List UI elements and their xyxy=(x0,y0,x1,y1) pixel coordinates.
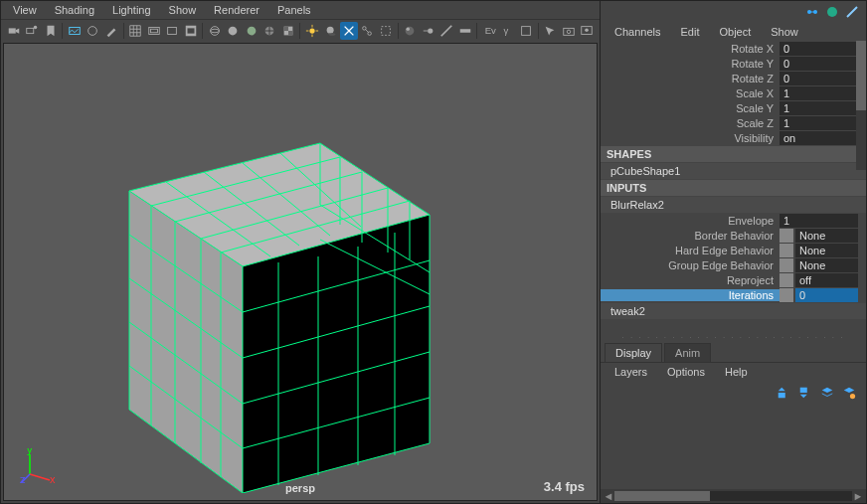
border-behavior-label[interactable]: Border Behavior xyxy=(601,230,780,242)
move-layer-up-icon[interactable] xyxy=(777,386,790,400)
iterations-value[interactable]: 0 xyxy=(795,288,858,302)
view-transform-icon[interactable] xyxy=(517,22,534,40)
camera-attributes-icon[interactable] xyxy=(23,22,40,40)
menu-edit[interactable]: Edit xyxy=(672,24,707,40)
multisample-aa-icon[interactable] xyxy=(437,22,454,40)
channel-scrollbar[interactable] xyxy=(856,41,866,170)
menu-lighting[interactable]: Lighting xyxy=(104,2,159,18)
resolution-gate-icon[interactable] xyxy=(163,22,180,40)
shape-node[interactable]: pCubeShape1 xyxy=(601,163,866,179)
hard-edge-behavior-label[interactable]: Hard Edge Behavior xyxy=(601,245,780,256)
rotate-x-label[interactable]: Rotate X xyxy=(601,43,780,55)
xray-joints-icon[interactable] xyxy=(359,22,376,40)
svg-point-20 xyxy=(326,26,333,33)
grid-icon[interactable] xyxy=(127,22,144,40)
menu-layers[interactable]: Layers xyxy=(607,364,655,380)
rotate-x-value[interactable]: 0 xyxy=(780,42,858,56)
reproject-label[interactable]: Reproject xyxy=(601,274,780,286)
rotate-y-label[interactable]: Rotate Y xyxy=(601,58,780,70)
isolate-select-icon[interactable] xyxy=(340,22,357,40)
create-layer-from-selected-icon[interactable] xyxy=(842,386,856,400)
move-layer-down-icon[interactable] xyxy=(798,386,812,400)
depth-of-field-icon[interactable] xyxy=(456,22,473,40)
use-all-lights-icon[interactable] xyxy=(303,22,320,40)
menu-help[interactable]: Help xyxy=(717,364,756,380)
menu-shading[interactable]: Shading xyxy=(47,2,102,18)
snapshot-icon[interactable] xyxy=(560,22,577,40)
component-select-icon[interactable] xyxy=(542,22,559,40)
select-camera-icon[interactable] xyxy=(5,22,22,40)
shapes-header: SHAPES xyxy=(601,146,866,162)
layer-h-scrollbar[interactable]: ◄ ► xyxy=(601,489,866,503)
envelope-value[interactable]: 1 xyxy=(780,214,858,228)
menu-show[interactable]: Show xyxy=(763,24,806,40)
wireframe-icon[interactable] xyxy=(206,22,223,40)
gate-mask-icon[interactable] xyxy=(182,22,199,40)
scale-z-label[interactable]: Scale Z xyxy=(601,117,780,129)
tweak-node[interactable]: tweak2 xyxy=(601,303,866,319)
svg-point-11 xyxy=(211,26,220,35)
inputs-header: INPUTS xyxy=(601,180,866,196)
image-plane-icon[interactable] xyxy=(66,22,83,40)
layer-list[interactable] xyxy=(601,405,866,489)
iterations-label[interactable]: Iterations xyxy=(601,289,780,301)
menu-view[interactable]: View xyxy=(5,2,45,18)
panel-splitter[interactable]: · · · · · · · · · · · · · · · · · · · · … xyxy=(601,333,866,343)
menu-show[interactable]: Show xyxy=(161,2,205,18)
group-edge-behavior-value[interactable]: None xyxy=(795,258,858,272)
menu-channels[interactable]: Channels xyxy=(607,24,668,40)
scale-z-value[interactable]: 1 xyxy=(780,116,858,130)
input-node[interactable]: BlurRelax2 xyxy=(601,197,866,213)
svg-text:y: y xyxy=(27,448,33,455)
film-gate-icon[interactable] xyxy=(145,22,162,40)
render-icon[interactable] xyxy=(578,22,595,40)
svg-rect-29 xyxy=(459,29,470,33)
motion-blur-icon[interactable] xyxy=(420,22,436,40)
bookmarks-icon[interactable] xyxy=(42,22,59,40)
scroll-right-icon[interactable]: ► xyxy=(852,490,864,502)
hard-edge-behavior-value[interactable]: None xyxy=(795,244,858,257)
menu-panels[interactable]: Panels xyxy=(269,2,319,18)
scale-x-value[interactable]: 1 xyxy=(780,86,858,100)
reproject-value[interactable]: off xyxy=(795,273,858,287)
svg-point-83 xyxy=(827,7,837,17)
textured-icon[interactable] xyxy=(279,22,296,40)
scale-y-value[interactable]: 1 xyxy=(780,101,858,115)
grease-pencil-icon[interactable] xyxy=(102,22,119,40)
2d-pan-zoom-icon[interactable] xyxy=(85,22,101,40)
channel-box-toggle-icon[interactable] xyxy=(804,4,820,20)
svg-rect-0 xyxy=(8,28,15,33)
smooth-shade-icon[interactable] xyxy=(225,22,242,40)
viewport[interactable]: y x z persp 3.4 fps xyxy=(3,43,598,501)
menu-object[interactable]: Object xyxy=(711,24,759,40)
tab-anim[interactable]: Anim xyxy=(664,343,711,362)
group-edge-behavior-label[interactable]: Group Edge Behavior xyxy=(601,259,780,271)
tool-settings-toggle-icon[interactable] xyxy=(844,4,860,20)
tab-display[interactable]: Display xyxy=(605,343,662,362)
border-behavior-value[interactable]: None xyxy=(795,229,858,243)
scroll-left-icon[interactable]: ◄ xyxy=(603,490,614,502)
menu-renderer[interactable]: Renderer xyxy=(206,2,267,18)
visibility-label[interactable]: Visibility xyxy=(601,132,780,144)
gamma-icon[interactable]: γ xyxy=(499,22,516,40)
envelope-label[interactable]: Envelope xyxy=(601,215,780,227)
exposure-icon[interactable]: Ev xyxy=(480,22,497,40)
enum-swatch xyxy=(780,229,793,243)
scale-x-label[interactable]: Scale X xyxy=(601,87,780,99)
visibility-value[interactable]: on xyxy=(780,131,858,145)
create-empty-layer-icon[interactable] xyxy=(820,386,834,400)
cube-mesh[interactable] xyxy=(91,115,469,493)
xray-icon[interactable] xyxy=(377,22,394,40)
wireframe-on-shaded-icon[interactable] xyxy=(261,22,278,40)
attribute-editor-toggle-icon[interactable] xyxy=(824,4,840,20)
scale-y-label[interactable]: Scale Y xyxy=(601,102,780,114)
svg-text:x: x xyxy=(50,473,56,484)
rotate-y-value[interactable]: 0 xyxy=(780,57,858,71)
use-default-material-icon[interactable] xyxy=(243,22,260,40)
screen-space-ao-icon[interactable] xyxy=(402,22,419,40)
menu-options[interactable]: Options xyxy=(659,364,713,380)
svg-point-36 xyxy=(585,28,589,32)
rotate-z-value[interactable]: 0 xyxy=(780,72,858,85)
shadows-icon[interactable] xyxy=(322,22,339,40)
rotate-z-label[interactable]: Rotate Z xyxy=(601,73,780,84)
